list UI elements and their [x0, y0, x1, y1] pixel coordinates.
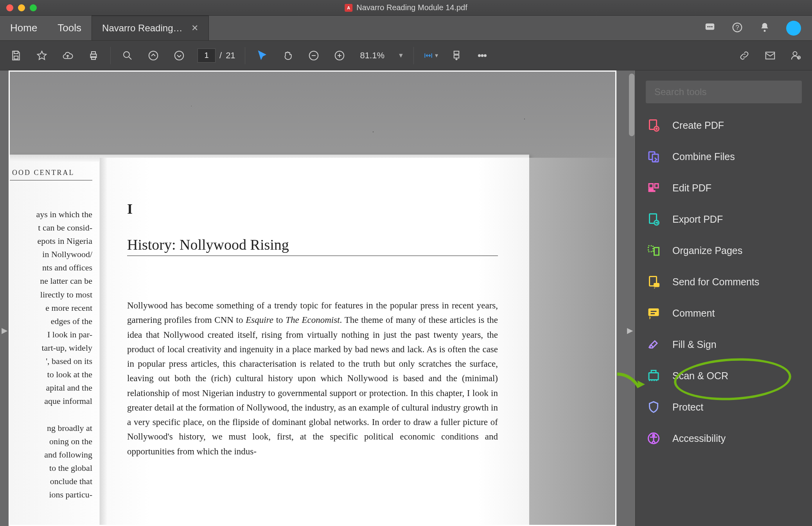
fill-sign-icon — [646, 337, 661, 352]
tool-item-organize-pages[interactable]: Organize Pages — [646, 243, 802, 258]
vertical-scrollbar[interactable] — [629, 74, 634, 136]
left-fragment-line: t can be consid- — [10, 221, 92, 234]
tool-item-edit-pdf[interactable]: Edit PDF — [646, 180, 802, 196]
fit-width-icon[interactable]: ▾ — [423, 48, 438, 63]
tool-item-send-for-comments[interactable]: Send for Comments — [646, 274, 802, 290]
chat-icon[interactable] — [704, 22, 716, 35]
svg-text:?: ? — [735, 23, 739, 31]
zoom-in-icon[interactable] — [332, 48, 347, 63]
svg-point-14 — [175, 51, 184, 60]
cloud-upload-icon[interactable] — [60, 48, 75, 63]
tool-item-label: Comment — [672, 308, 715, 319]
page-total: 21 — [226, 50, 235, 61]
select-tool-icon[interactable] — [255, 48, 269, 63]
svg-point-19 — [478, 54, 480, 56]
star-icon[interactable] — [34, 48, 49, 63]
svg-rect-18 — [454, 55, 459, 58]
window-title: A Navarro Reading Module 14.pdf — [345, 3, 467, 12]
tool-item-create-pdf[interactable]: Create PDF — [646, 117, 802, 133]
svg-rect-31 — [649, 191, 655, 192]
tab-document[interactable]: Navarro Reading… ✕ — [92, 16, 208, 40]
page-number-input[interactable] — [198, 49, 216, 63]
left-fragment-line: ions particu- — [10, 488, 92, 501]
running-head-left: OOD CENTRAL — [10, 169, 92, 180]
svg-point-20 — [481, 54, 483, 56]
combine-files-icon — [646, 149, 661, 164]
window-title-text: Navarro Reading Module 14.pdf — [356, 3, 467, 12]
window-titlebar: A Navarro Reading Module 14.pdf — [0, 0, 812, 16]
left-fragment-line — [10, 408, 92, 421]
print-icon[interactable] — [86, 48, 101, 63]
tool-item-scan-ocr[interactable]: Scan & OCR — [646, 368, 802, 384]
page-down-icon[interactable] — [172, 48, 187, 63]
left-fragment-line: to look at the — [10, 368, 92, 381]
svg-rect-36 — [654, 248, 659, 256]
expand-left-pane-icon[interactable]: ▶ — [2, 326, 7, 335]
email-icon[interactable] — [763, 48, 778, 63]
more-tools-icon[interactable] — [475, 48, 490, 63]
left-fragment-line: edges of the — [10, 315, 92, 328]
search-tools-input[interactable] — [646, 81, 802, 103]
book-page-left: OOD CENTRAL ays in which thet can be con… — [10, 158, 100, 525]
left-fragment-line: onclude that — [10, 475, 92, 488]
left-fragment-line: to the global — [10, 461, 92, 475]
left-fragment-line: apital and the — [10, 381, 92, 394]
comment-icon — [646, 305, 661, 321]
scan-ocr-icon — [646, 368, 661, 384]
left-fragment-line: ne latter can be — [10, 274, 92, 288]
zoom-window-button[interactable] — [30, 4, 37, 11]
tool-item-fill-sign[interactable]: Fill & Sign — [646, 337, 802, 352]
zoom-out-icon[interactable] — [306, 48, 321, 63]
svg-rect-40 — [649, 373, 658, 380]
main-area: ▶ ▶ OOD CENTRAL ays in which thet can be… — [0, 70, 812, 526]
page-sep: / — [219, 50, 222, 61]
left-fragment-line: oning on the — [10, 435, 92, 448]
left-fragment-line: tart-up, widely — [10, 341, 92, 355]
page-up-icon[interactable] — [146, 48, 161, 63]
left-fragment-line: in Nollywood/ — [10, 248, 92, 261]
close-window-button[interactable] — [6, 4, 13, 11]
book-spread: OOD CENTRAL ays in which thet can be con… — [10, 158, 529, 525]
bell-icon[interactable] — [759, 22, 771, 35]
tool-item-label: Send for Comments — [672, 276, 759, 288]
svg-rect-29 — [649, 184, 653, 188]
tool-item-accessibility[interactable]: Accessibility — [646, 431, 802, 446]
chapter-body-text: Nollywood has become something of a tren… — [127, 298, 498, 459]
tool-item-label: Accessibility — [672, 433, 726, 444]
search-icon[interactable] — [120, 48, 135, 63]
tool-item-combine-files[interactable]: Combine Files — [646, 149, 802, 164]
add-person-icon[interactable] — [789, 48, 803, 63]
tab-home[interactable]: Home — [0, 16, 47, 40]
left-fragment-line: and following — [10, 448, 92, 461]
zoom-dropdown-icon[interactable]: ▼ — [398, 52, 404, 59]
chapter-number: I — [127, 201, 498, 217]
scroll-mode-icon[interactable] — [449, 48, 464, 63]
share-link-icon[interactable] — [737, 48, 752, 63]
minimize-window-button[interactable] — [18, 4, 25, 11]
pdf-icon: A — [345, 4, 352, 12]
send-for-comments-icon — [646, 274, 661, 290]
edit-pdf-icon — [646, 180, 661, 196]
page-canvas: OOD CENTRAL ays in which thet can be con… — [9, 70, 616, 526]
expand-right-pane-icon[interactable]: ▶ — [627, 326, 633, 335]
scan-ocr-callout: Scan & OCR — [646, 368, 802, 384]
save-icon[interactable] — [9, 48, 23, 63]
tool-item-export-pdf[interactable]: Export PDF — [646, 211, 802, 227]
book-page-right: I History: Nollywood Rising Nollywood ha… — [100, 158, 529, 525]
svg-rect-7 — [14, 51, 18, 53]
tool-item-protect[interactable]: Protect — [646, 399, 802, 415]
left-fragment-line: nts and offices — [10, 261, 92, 274]
svg-rect-41 — [651, 371, 656, 373]
svg-point-3 — [711, 26, 713, 27]
account-avatar[interactable] — [786, 21, 801, 36]
window-controls — [6, 4, 37, 11]
help-icon[interactable]: ? — [731, 22, 743, 35]
tool-item-comment[interactable]: Comment — [646, 305, 802, 321]
close-tab-icon[interactable]: ✕ — [191, 23, 198, 33]
hand-tool-icon[interactable] — [280, 48, 295, 63]
tool-item-label: Protect — [672, 402, 703, 413]
tab-tools[interactable]: Tools — [47, 16, 92, 40]
document-viewport[interactable]: ▶ ▶ OOD CENTRAL ays in which thet can be… — [0, 70, 635, 526]
svg-rect-11 — [92, 56, 95, 59]
left-fragment-line: e more recent — [10, 301, 92, 315]
